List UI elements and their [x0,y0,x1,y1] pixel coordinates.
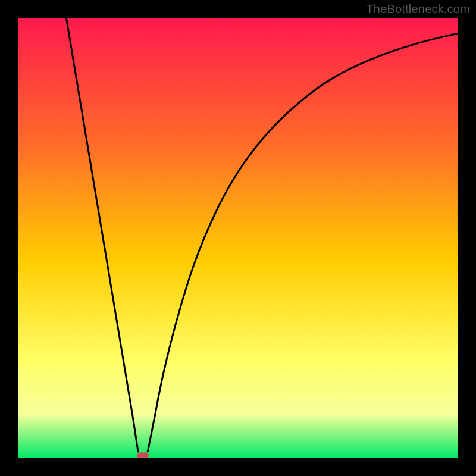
plot-area [18,18,458,458]
watermark-text: TheBottleneck.com [366,2,470,16]
plot-svg [18,18,458,458]
gradient-background [18,18,458,458]
chart-frame: TheBottleneck.com [0,0,476,476]
vertex-marker [137,452,149,458]
